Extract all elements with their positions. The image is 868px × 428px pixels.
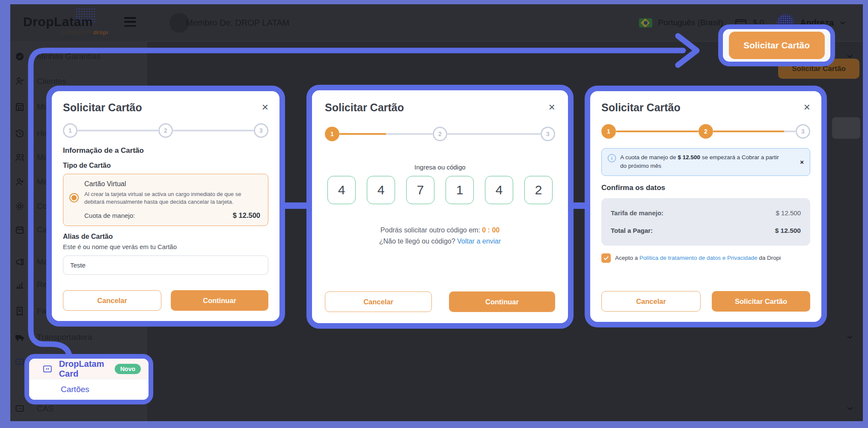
modal-title: Solicitar Cartão (325, 101, 404, 114)
section-title: Informação de a Cartão (63, 146, 268, 155)
summary-row-tarifa: Tarifa de manejo: $ 12.500 (611, 209, 801, 217)
close-icon[interactable]: × (549, 101, 555, 113)
novo-badge: Novo (115, 364, 141, 374)
user-check-icon (15, 76, 25, 86)
menu-item-cartoes[interactable]: Cartões (29, 379, 149, 400)
fee-value: $ 12.500 (233, 211, 260, 220)
chevron-down-icon (847, 55, 853, 58)
otp-digit-input[interactable]: 4 (327, 176, 356, 204)
continue-button[interactable]: Continuar (171, 290, 268, 311)
chevron-down-icon (847, 407, 853, 410)
not-received-text: ¿Não te llegó ou código? (379, 238, 455, 245)
highlighted-solicitar-cartao-callout: Solicitar Cartão (718, 24, 835, 66)
otp-inputs: 4 4 7 1 4 2 (325, 176, 555, 204)
menu-item-droplatam-card[interactable]: DropLatam Card Novo (29, 359, 149, 379)
info-icon: i (608, 154, 616, 162)
terms-suffix: da Dropi (759, 255, 781, 261)
user-menu-chevron-icon[interactable] (840, 21, 846, 25)
user-plus-icon (15, 177, 25, 187)
gear-icon (15, 201, 25, 211)
highlighted-card-menu-callout: DropLatam Card Novo Cartões (24, 354, 153, 404)
resend-code-link[interactable]: Voltar a enviar (457, 238, 501, 245)
language-selector[interactable]: Português (Brasil) (658, 18, 723, 27)
summary-label: Tarifa de manejo: (611, 209, 663, 217)
badge-check-icon (15, 51, 25, 62)
sidebar-item-label: CAS (37, 404, 54, 413)
radio-selected-icon[interactable] (69, 193, 79, 202)
stepper: 1 2 3 (325, 127, 555, 141)
dropi-brand: dropi (93, 29, 108, 36)
sidebar-item-label: Clientes (37, 77, 66, 86)
terms-checkbox-checked[interactable] (601, 253, 611, 263)
close-icon[interactable]: × (262, 101, 268, 113)
confirm-section-title: Confirma os datos (601, 184, 810, 192)
store-icon (15, 102, 25, 112)
step-1: 1 (601, 124, 616, 139)
otp-digit-input[interactable]: 2 (524, 176, 553, 204)
alias-label: Alias de Cartão (63, 233, 268, 241)
solicitar-cartao-button[interactable]: Solicitar Cartão (729, 32, 825, 59)
terms-prefix: Acepto a (615, 255, 638, 261)
stepper: 1 2 3 (63, 123, 268, 138)
invoice-icon (15, 306, 25, 316)
option-description: Al crear la tarjeta virtual se activa un… (84, 190, 260, 206)
step-2: 2 (433, 127, 447, 141)
menu-item-label: DropLatam Card (59, 359, 115, 379)
users-icon (15, 152, 25, 163)
menu-item-label: Cartões (61, 385, 89, 394)
alias-help-text: Este é ou nome que verás em tu Cartão (63, 243, 268, 250)
membership-label: Membro De: DROP LATAM (186, 18, 289, 28)
step-1: 1 (325, 127, 339, 141)
sidebar-item-label: Transportadora (37, 333, 92, 342)
banner-text: A cuota de manejo de (620, 154, 676, 160)
otp-digit-input[interactable]: 1 (446, 176, 474, 204)
step-1: 1 (63, 123, 77, 138)
bar-chart-icon (15, 279, 25, 290)
otp-digit-input[interactable]: 7 (406, 176, 434, 204)
credit-card-icon (43, 364, 52, 374)
otp-digit-input[interactable]: 4 (485, 176, 513, 204)
step-2: 2 (158, 123, 173, 138)
credit-card-icon (15, 357, 25, 367)
fee-label: Cuota de manejo: (84, 212, 135, 219)
summary-box: Tarifa de manejo: $ 12.500 Total a Pagar… (601, 198, 810, 246)
sidebar-item-transportadora[interactable]: Transportadora (3, 328, 865, 347)
step-2: 2 (699, 124, 713, 139)
modal-card-info: Solicitar Cartão × 1 2 3 Informação de a… (46, 86, 285, 327)
card-type-option[interactable]: Cartão Virtual Al crear la tarjeta virtu… (63, 174, 268, 226)
card-type-label: Tipo de Cartão (63, 162, 268, 169)
summary-value: $ 12.500 (775, 227, 801, 235)
powered-by-text: POWERED BY (61, 30, 92, 35)
otp-digit-input[interactable]: 4 (367, 176, 395, 204)
logo-powered-by: POWERED BY dropi (61, 29, 108, 36)
option-title: Cartão Virtual (84, 180, 260, 188)
chevron-down-icon (847, 336, 853, 339)
sidebar-item-label: Minhas Garantias (37, 52, 101, 61)
cancel-button[interactable]: Cancelar (325, 291, 432, 312)
privacy-policy-link[interactable]: Política de tratamiento de datos e Priva… (639, 255, 757, 261)
modal-title: Solicitar Cartão (63, 101, 142, 114)
summary-label: Total a Pagar: (611, 227, 653, 234)
megaphone-icon (15, 257, 25, 267)
modal-title: Solicitar Cartão (601, 101, 681, 114)
step-3: 3 (254, 123, 268, 138)
banner-close-icon[interactable]: × (800, 158, 804, 166)
truck-icon (15, 332, 25, 342)
cancel-button[interactable]: Cancelar (63, 290, 161, 311)
modal-code-entry: Solicitar Cartão × 1 2 3 Ingresa ou códi… (306, 85, 574, 329)
cancel-button[interactable]: Cancelar (601, 291, 701, 312)
modal-confirm: Solicitar Cartão × 1 2 3 i A cuota de ma… (585, 86, 827, 327)
hamburger-menu-icon[interactable] (124, 17, 136, 27)
summary-value: $ 12.500 (776, 209, 801, 217)
continue-button[interactable]: Continuar (449, 291, 555, 312)
stepper: 1 2 3 (601, 124, 810, 139)
close-icon[interactable]: × (804, 101, 810, 113)
chat-icon (15, 404, 25, 414)
retry-countdown: 0 : 00 (482, 226, 499, 234)
history-icon (15, 128, 25, 139)
solicitar-cartao-button[interactable]: Solicitar Cartão (712, 291, 810, 312)
code-entry-label: Ingresa ou código (325, 163, 555, 171)
brazil-flag-icon (639, 18, 652, 27)
calendar-icon (15, 225, 25, 235)
alias-input[interactable] (63, 256, 268, 275)
